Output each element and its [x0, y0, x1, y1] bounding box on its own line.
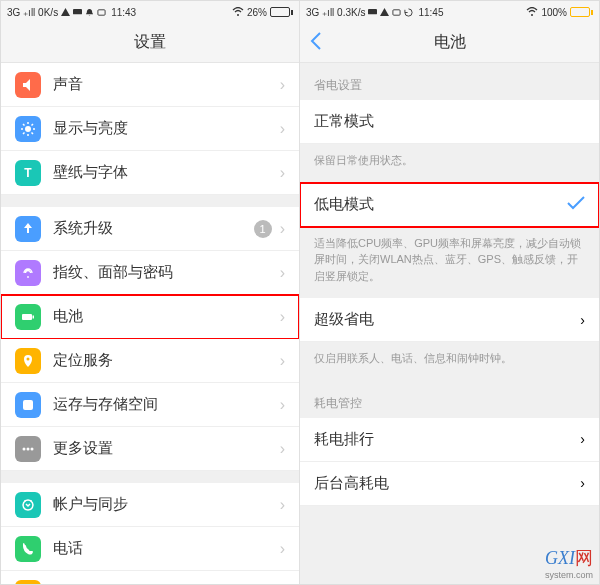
header-right: 电池 — [300, 23, 599, 63]
settings-item-contacts[interactable]: 联系人› — [1, 571, 299, 584]
chevron-right-icon: › — [280, 308, 285, 326]
settings-item-label: 联系人 — [53, 583, 280, 584]
chevron-right-icon: › — [280, 220, 285, 238]
chevron-right-icon: › — [580, 475, 585, 491]
chevron-right-icon: › — [280, 396, 285, 414]
svg-rect-14 — [368, 8, 377, 13]
battery-pct-text: 26% — [247, 7, 267, 18]
phone-icon — [15, 536, 41, 562]
chevron-right-icon: › — [280, 496, 285, 514]
svg-rect-6 — [33, 315, 35, 318]
normal-mode-label: 正常模式 — [314, 112, 585, 131]
settings-item-battery[interactable]: 电池› — [1, 295, 299, 339]
battery-icon — [570, 7, 593, 17]
phone-settings: 3G ₊ıll 0K/s 11:43 26% 设置 声音›显示与亮度›T壁纸与字… — [1, 1, 300, 584]
chevron-right-icon: › — [580, 431, 585, 447]
low-power-mode-label: 低电模式 — [314, 195, 567, 214]
power-rank-label: 耗电排行 — [314, 430, 580, 449]
super-save-row[interactable]: 超级省电 › — [300, 298, 599, 342]
chevron-right-icon: › — [280, 120, 285, 138]
upgrade-icon — [15, 216, 41, 242]
wallpaper-icon: T — [15, 160, 41, 186]
phone-battery: 3G ₊ıll 0.3K/s 11:45 100% 电池 省电设置 — [300, 1, 599, 584]
chevron-right-icon: › — [280, 440, 285, 458]
status-bar-left: 3G ₊ıll 0K/s 11:43 26% — [1, 1, 299, 23]
battery-settings-list[interactable]: 省电设置 正常模式 保留日常使用状态。 低电模式 适当降低CPU频率、GPU频率… — [300, 63, 599, 584]
account-icon — [15, 492, 41, 518]
svg-point-7 — [27, 357, 30, 360]
svg-point-10 — [27, 447, 30, 450]
settings-item-label: 指纹、面部与密码 — [53, 263, 280, 282]
time-text: 11:43 — [111, 7, 136, 18]
low-power-mode-desc: 适当降低CPU频率、GPU频率和屏幕亮度，减少自动锁屏时间，关闭WLAN热点、蓝… — [300, 227, 599, 299]
status-bar-right: 3G ₊ıll 0.3K/s 11:45 100% — [300, 1, 599, 23]
settings-item-label: 电池 — [53, 307, 280, 326]
watermark: GXI网 system.com — [545, 546, 593, 580]
svg-rect-5 — [22, 314, 32, 320]
battery-icon — [15, 304, 41, 330]
svg-rect-0 — [73, 8, 82, 13]
settings-item-label: 运存与存储空间 — [53, 395, 280, 414]
chevron-right-icon: › — [580, 312, 585, 328]
chevron-right-icon: › — [280, 164, 285, 182]
settings-item-label: 电话 — [53, 539, 280, 558]
svg-point-3 — [25, 126, 31, 132]
check-icon — [567, 194, 585, 215]
settings-item-storage[interactable]: 运存与存储空间› — [1, 383, 299, 427]
card-icon — [97, 8, 106, 17]
background-drain-label: 后台高耗电 — [314, 474, 580, 493]
settings-item-phone[interactable]: 电话› — [1, 527, 299, 571]
settings-item-upgrade[interactable]: 系统升级1› — [1, 207, 299, 251]
chevron-right-icon: › — [280, 540, 285, 558]
sound-icon — [15, 72, 41, 98]
storage-icon — [15, 392, 41, 418]
card-icon — [392, 8, 401, 17]
svg-rect-1 — [98, 9, 105, 14]
wifi-icon — [232, 7, 244, 17]
settings-item-account[interactable]: 帐户与同步› — [1, 483, 299, 527]
chevron-right-icon: › — [280, 76, 285, 94]
svg-rect-8 — [23, 400, 33, 410]
more-icon — [15, 436, 41, 462]
settings-item-label: 帐户与同步 — [53, 495, 280, 514]
refresh-icon — [404, 8, 413, 17]
contacts-icon — [15, 580, 41, 585]
chat-icon — [368, 8, 377, 17]
background-drain-row[interactable]: 后台高耗电 › — [300, 462, 599, 506]
settings-item-fingerprint[interactable]: 指纹、面部与密码› — [1, 251, 299, 295]
settings-item-wallpaper[interactable]: T壁纸与字体› — [1, 151, 299, 195]
super-save-label: 超级省电 — [314, 310, 580, 329]
network-text: 3G ₊ıll 0.3K/s — [306, 7, 365, 18]
settings-item-label: 显示与亮度 — [53, 119, 280, 138]
low-power-mode-row[interactable]: 低电模式 — [300, 183, 599, 227]
settings-item-label: 定位服务 — [53, 351, 280, 370]
chevron-right-icon: › — [280, 584, 285, 585]
badge: 1 — [254, 220, 272, 238]
settings-item-more[interactable]: 更多设置› — [1, 427, 299, 471]
battery-icon — [270, 7, 293, 17]
back-button[interactable] — [310, 30, 322, 56]
section-drain: 耗电管控 — [300, 381, 599, 418]
warning-icon — [61, 8, 70, 17]
section-powersave: 省电设置 — [300, 63, 599, 100]
header-left: 设置 — [1, 23, 299, 63]
warning-icon — [380, 8, 389, 17]
super-save-desc: 仅启用联系人、电话、信息和闹钟时钟。 — [300, 342, 599, 381]
display-icon — [15, 116, 41, 142]
svg-text:T: T — [24, 166, 32, 180]
normal-mode-row[interactable]: 正常模式 — [300, 100, 599, 144]
chevron-right-icon: › — [280, 352, 285, 370]
chevron-right-icon: › — [280, 264, 285, 282]
svg-rect-15 — [393, 9, 400, 14]
network-text: 3G ₊ıll 0K/s — [7, 7, 58, 18]
svg-point-9 — [23, 447, 26, 450]
settings-item-label: 系统升级 — [53, 219, 254, 238]
power-rank-row[interactable]: 耗电排行 › — [300, 418, 599, 462]
settings-item-location[interactable]: 定位服务› — [1, 339, 299, 383]
settings-list[interactable]: 声音›显示与亮度›T壁纸与字体›系统升级1›指纹、面部与密码›电池›定位服务›运… — [1, 63, 299, 584]
chevron-left-icon — [310, 32, 322, 50]
settings-item-label: 更多设置 — [53, 439, 280, 458]
settings-item-display[interactable]: 显示与亮度› — [1, 107, 299, 151]
settings-item-sound[interactable]: 声音› — [1, 63, 299, 107]
page-title: 电池 — [434, 32, 466, 53]
